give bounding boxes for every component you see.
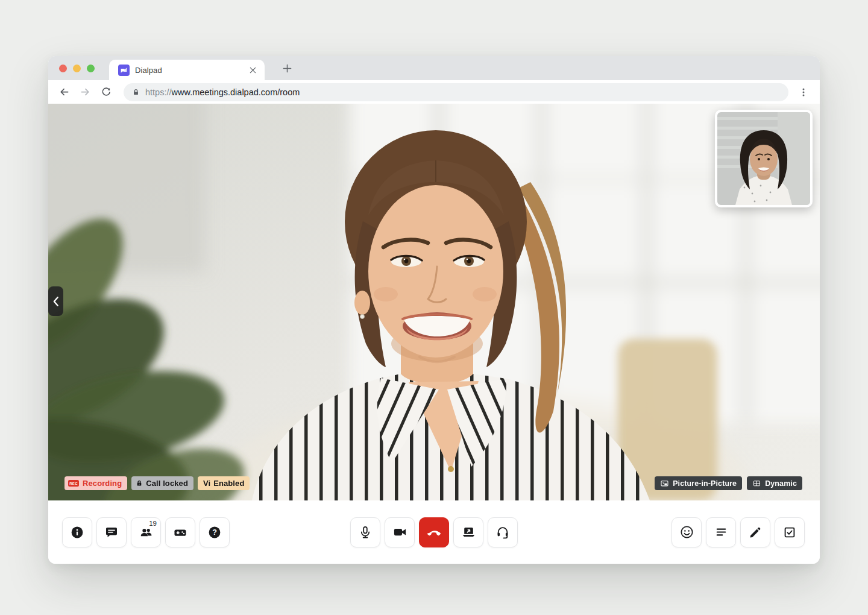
address-bar-row: https://www.meetings.dialpad.com/room	[48, 80, 820, 104]
window-controls	[59, 56, 95, 80]
reload-icon[interactable]	[98, 84, 115, 101]
chat-button[interactable]	[96, 517, 127, 547]
mute-button[interactable]	[350, 517, 380, 547]
emoji-smile-icon	[679, 525, 694, 540]
https-lock-icon	[132, 88, 140, 96]
picture-in-picture-icon	[660, 479, 669, 488]
transcript-button[interactable]	[706, 517, 736, 547]
vi-enabled-badge: Vi Enabled	[198, 476, 250, 490]
camera-icon	[392, 525, 407, 540]
screen-share-button[interactable]	[453, 517, 483, 547]
main-video-stage: REC Recording Call locked Vi Enabled Pic…	[48, 104, 820, 500]
picture-in-picture-button[interactable]: Picture-in-Picture	[655, 476, 742, 490]
gamepad-icon	[172, 525, 188, 540]
tasks-button[interactable]	[775, 517, 805, 547]
browser-menu-icon[interactable]	[796, 84, 811, 100]
browser-window: Dialpad https://www.meetings.dialpad.com…	[48, 56, 820, 564]
back-icon[interactable]	[55, 84, 72, 101]
apps-button[interactable]	[165, 517, 195, 547]
center-controls	[350, 517, 518, 547]
rec-icon: REC	[68, 480, 79, 487]
call-locked-badge: Call locked	[131, 476, 193, 490]
chat-icon	[104, 525, 119, 540]
minimize-window-button[interactable]	[73, 65, 81, 72]
call-info-button[interactable]	[62, 517, 92, 547]
left-controls: 19 ?	[62, 517, 230, 547]
camera-button[interactable]	[385, 517, 415, 547]
info-icon	[70, 525, 84, 540]
right-controls	[671, 517, 805, 547]
checkbox-icon	[782, 525, 797, 540]
zoom-window-button[interactable]	[87, 65, 95, 72]
self-view-video	[717, 112, 810, 205]
remote-participant-video	[48, 104, 820, 500]
tab-strip: Dialpad	[48, 56, 820, 80]
tab-close-icon[interactable]	[247, 64, 259, 76]
collapse-panel-button[interactable]	[48, 286, 63, 316]
forward-icon[interactable]	[77, 84, 93, 101]
recording-badge: REC Recording	[64, 476, 127, 490]
help-icon: ?	[207, 525, 222, 540]
hang-up-button[interactable]	[419, 517, 449, 547]
hang-up-icon	[426, 525, 442, 540]
tab-title: Dialpad	[135, 66, 241, 75]
close-window-button[interactable]	[59, 65, 67, 72]
help-button[interactable]: ?	[200, 517, 230, 547]
participants-count: 19	[149, 520, 157, 527]
new-tab-icon[interactable]	[279, 60, 295, 76]
self-view-thumbnail[interactable]	[715, 110, 813, 207]
chevron-left-icon	[52, 296, 59, 307]
screen-share-icon	[461, 525, 476, 540]
whiteboard-button[interactable]	[740, 517, 770, 547]
transcript-lines-icon	[714, 525, 729, 540]
pencil-icon	[748, 525, 763, 540]
url-text: https://www.meetings.dialpad.com/room	[145, 87, 300, 97]
status-badges: REC Recording Call locked Vi Enabled	[64, 476, 250, 490]
participants-icon	[139, 525, 154, 540]
participants-button[interactable]: 19	[131, 517, 161, 547]
headset-icon	[495, 525, 510, 540]
svg-text:?: ?	[212, 528, 217, 537]
dynamic-layout-button[interactable]: Dynamic	[747, 476, 802, 490]
browser-tab[interactable]: Dialpad	[109, 60, 265, 80]
address-bar[interactable]: https://www.meetings.dialpad.com/room	[124, 83, 788, 101]
reactions-button[interactable]	[671, 517, 702, 547]
view-mode-badges: Picture-in-Picture Dynamic	[655, 476, 802, 490]
lock-icon	[136, 479, 143, 487]
microphone-icon	[358, 525, 373, 540]
audio-settings-button[interactable]	[488, 517, 518, 547]
call-control-bar: 19 ?	[48, 500, 820, 564]
grid-layout-icon	[752, 479, 761, 488]
dialpad-favicon-icon	[118, 65, 130, 76]
